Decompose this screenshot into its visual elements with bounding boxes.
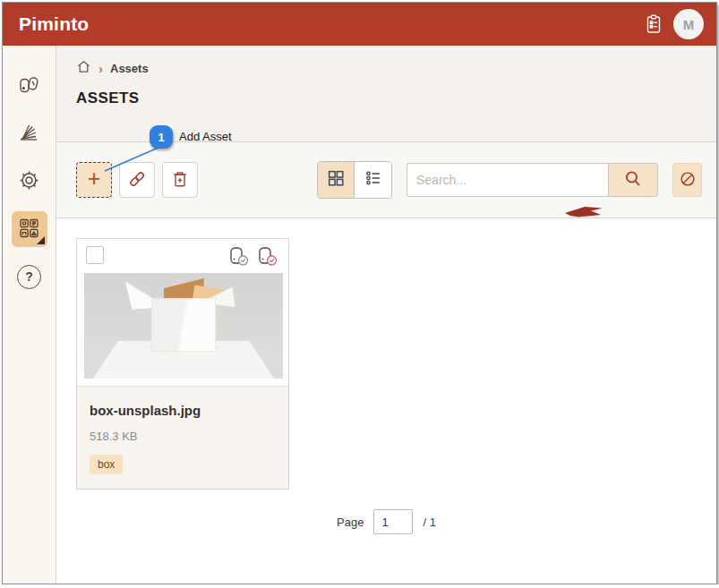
asset-select-checkbox[interactable] bbox=[86, 246, 104, 264]
fan-stack-icon bbox=[17, 121, 41, 149]
list-view-button[interactable] bbox=[355, 162, 391, 198]
app-header: Piminto M bbox=[3, 3, 716, 46]
asset-card-toolbar bbox=[84, 246, 281, 271]
photo-box-body bbox=[151, 298, 216, 352]
grid-view-button[interactable] bbox=[318, 162, 355, 198]
linked-model-check-icon[interactable] bbox=[256, 246, 281, 268]
gear-icon bbox=[17, 168, 41, 196]
app-body: ? › Assets ASSETS bbox=[3, 46, 716, 584]
breadcrumb-current[interactable]: Assets bbox=[110, 62, 149, 75]
toolbar: + bbox=[56, 142, 716, 218]
sidebar-item-collections[interactable] bbox=[12, 116, 47, 152]
user-avatar[interactable]: M bbox=[673, 9, 704, 39]
sidebar-item-products[interactable] bbox=[12, 69, 47, 105]
sidebar: ? bbox=[3, 46, 56, 584]
asset-card-top bbox=[77, 239, 288, 386]
grid-view-icon bbox=[326, 168, 346, 192]
pagination-label: Page bbox=[337, 516, 364, 529]
clipboard-icon[interactable] bbox=[643, 13, 664, 35]
toolbar-left-group: + bbox=[76, 162, 198, 198]
books-icon bbox=[17, 73, 41, 101]
view-toggle bbox=[317, 161, 392, 199]
asset-list-section: box-unsplash.jpg 518.3 KB box Page / 1 bbox=[56, 218, 716, 584]
sidebar-item-settings[interactable] bbox=[12, 164, 47, 200]
help-glyph: ? bbox=[25, 269, 33, 284]
home-icon[interactable] bbox=[76, 59, 91, 78]
link-assets-button[interactable] bbox=[119, 162, 155, 198]
asset-card[interactable]: box-unsplash.jpg 518.3 KB box bbox=[76, 238, 289, 490]
app-title: Piminto bbox=[19, 13, 89, 35]
list-view-icon bbox=[364, 168, 383, 192]
header-actions: M bbox=[643, 9, 704, 39]
page-title: ASSETS bbox=[76, 89, 697, 107]
search-input[interactable] bbox=[407, 163, 608, 197]
sidebar-item-assets[interactable] bbox=[12, 211, 47, 247]
delete-assets-button[interactable] bbox=[162, 162, 198, 198]
search-group bbox=[407, 163, 658, 197]
search-icon bbox=[622, 168, 644, 192]
search-button[interactable] bbox=[608, 163, 658, 197]
pagination: Page / 1 bbox=[76, 509, 697, 534]
sidebar-item-help[interactable]: ? bbox=[12, 259, 47, 294]
callout-step-badge: 1 bbox=[150, 125, 173, 149]
trash-icon bbox=[170, 169, 190, 192]
avatar-initial: M bbox=[683, 17, 695, 32]
block-icon bbox=[678, 169, 698, 192]
callout-label: Add Asset bbox=[179, 130, 232, 143]
asset-tag: box bbox=[90, 455, 123, 474]
asset-card-info: box-unsplash.jpg 518.3 KB box bbox=[77, 386, 288, 489]
toolbar-right-group bbox=[317, 161, 702, 199]
pagination-total: / 1 bbox=[423, 516, 435, 529]
plus-icon: + bbox=[88, 167, 101, 190]
page-number-input[interactable] bbox=[373, 509, 413, 534]
chain-link-icon bbox=[127, 169, 147, 192]
asset-thumbnail[interactable] bbox=[84, 273, 283, 379]
active-corner-marker bbox=[37, 236, 45, 244]
linked-product-check-icon[interactable] bbox=[227, 246, 253, 268]
help-icon: ? bbox=[17, 265, 41, 289]
breadcrumb: › Assets bbox=[76, 60, 697, 76]
add-asset-button[interactable]: + bbox=[76, 162, 112, 198]
asset-card-icons bbox=[227, 246, 281, 268]
asset-filesize: 518.3 KB bbox=[90, 430, 276, 443]
clear-search-button[interactable] bbox=[672, 163, 702, 197]
app-window: Piminto M bbox=[2, 2, 717, 584]
asset-filename: box-unsplash.jpg bbox=[90, 403, 276, 418]
breadcrumb-separator-icon: › bbox=[98, 62, 103, 75]
